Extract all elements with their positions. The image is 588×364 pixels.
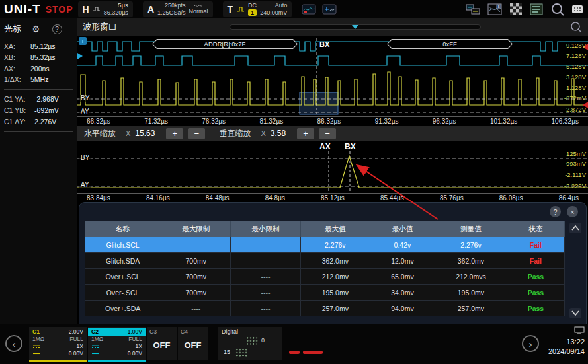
date-display: 2024/09/14 [548,347,585,355]
panel-close-icon[interactable]: × [567,206,578,217]
brand-logo: UNI-T [4,2,41,17]
cursor-ay-label[interactable]: AY [79,182,91,188]
channel2-panel[interactable]: C21.00V 1MΩFULL 1X 0.00V [88,327,146,360]
horizontal-settings[interactable]: H 5µs 86.320µs [78,1,133,17]
time-display: 13:22 [566,338,585,346]
divider [138,3,138,16]
memory-depth: 250kpts [157,2,186,9]
zoom-controls-bar: 水平缩放 X 15.63 + − 垂直缩放 X 3.58 + − [77,126,588,141]
digital-d15-label: 15 [224,349,230,355]
divider [4,131,73,132]
channel2-probe: 1X [136,343,142,350]
cursor-readout-freq: 1/ΔX:5MHz [4,74,73,85]
cursor-readout-yb: C1 YB:-692mV [4,105,73,116]
bottom-bar: ‹ C12.00V 1MΩFULL 1X 0.00V C21.00V 1MΩFU… [0,324,588,364]
table-row[interactable]: Glitch.SCL ---- ---- 2.276v 0.42v 2.276v… [85,237,565,253]
main-waveform-view[interactable]: T ADDR[R]:0x7F 0xFF BX BY AY 9.128V 7.12… [77,36,588,126]
collapse-left-button[interactable]: ‹ [5,335,22,352]
scale-label: -2.872V [564,106,586,113]
checkerboard-icon[interactable] [509,3,523,15]
trigger-edge-icon [236,6,245,13]
ground-ref-icon [91,351,99,356]
cursor-by-label[interactable]: BY [79,95,91,102]
table-row[interactable]: Over+.SDA ---- ---- 257.0mv 94.0mv 257.0… [85,301,565,316]
horizontal-position-slider[interactable] [230,24,481,30]
trigger-position-flag[interactable]: T [79,37,87,45]
notes-list-icon[interactable] [530,3,543,15]
cursor-readout-xa: XA:85.12µs [4,41,73,52]
trigger-label: T [228,4,233,15]
horizontal-zoom-label: 水平缩放 [84,128,116,139]
screen-icon [574,326,585,334]
cursor-ax-label[interactable]: AX [319,143,331,151]
h-zoom-in-button[interactable]: + [166,128,183,139]
dc-coupling-icon [32,344,40,349]
keypad-icon[interactable] [572,5,583,13]
cursor-bx-label[interactable]: BX [319,41,329,48]
expand-right-button[interactable]: › [522,335,539,352]
v-zoom-out-button[interactable]: − [319,128,336,139]
table-header-row: 名称 最大限制 最小限制 最大值 最小值 测量值 状态 [85,221,565,237]
bus-decode-label-2: 0xFF [387,39,513,49]
magnifier-icon[interactable] [569,21,583,33]
channel3-name: C3 [149,328,174,335]
channel3-panel[interactable]: C3 OFF [147,327,177,360]
scroll-up-icon[interactable] [569,223,581,233]
cursor-panel-title: 光标 [4,23,21,35]
zoom-search-icon[interactable] [550,3,565,16]
run-stop-status[interactable]: STOP [46,4,73,15]
h-zoom-out-button[interactable]: − [188,128,205,139]
top-bar: UNI-T STOP H 5µs 86.320µs A 250kpts 1.25… [0,0,588,18]
scroll-down-icon[interactable] [569,308,581,318]
limit-test-table: 名称 最大限制 最小限制 最大值 最小值 测量值 状态 Glitch.SCL -… [85,221,565,316]
table-row[interactable]: Over+.SCL 700mv ---- 212.0mv 65.0mv 212.… [85,269,565,285]
scale-label: 1.128V [566,85,586,91]
channel4-panel[interactable]: C4 OFF [178,327,208,360]
gear-icon[interactable]: ⚙ [32,24,40,34]
wave-cursor-icon[interactable] [302,4,316,15]
timebase-scale: 5µs [104,2,128,9]
channel1-panel[interactable]: C12.00V 1MΩFULL 1X 0.00V [29,327,87,360]
channel2-position-marker-icon[interactable] [77,53,83,59]
scale-label: 3.128V [566,74,586,81]
digital-grid-icon [235,348,248,357]
trigger-source-badge: 1 [248,9,257,16]
cursor-bx-label[interactable]: BX [345,143,356,151]
status-badge: Pass [507,301,565,316]
digital-channels-panel[interactable]: Digital 0 15 [218,327,282,360]
table-row[interactable]: Glitch.SDA 700mv ---- 362.0mv 12.0mv 362… [85,253,565,269]
divider [4,89,73,90]
limit-test-panel: ? × 名称 最大限制 最小限制 最大值 最小值 测量值 状态 Glitch.S… [79,202,587,324]
channel1-offset: 0.00V [69,350,83,357]
v-zoom-in-button[interactable]: + [297,128,314,139]
cursor-ay-label[interactable]: AY [79,108,91,115]
scale-label: 125mV [566,151,586,157]
record-indicator [303,351,323,354]
status-badge: Fail [507,253,565,269]
pulse-icon [93,6,101,12]
dual-window-icon[interactable] [466,3,480,15]
timebase-offset: 86.320µs [104,9,128,16]
scale-label: -993mV [564,161,586,167]
xy-mode-icon[interactable]: B [487,3,502,15]
divider [218,3,218,16]
math-display-icon[interactable] [322,4,337,15]
bus-decode-label-1: ADDR[R]:0x7F [152,39,298,49]
waveform-window-title: 波形窗口 [83,21,117,33]
oscilloscope-screen: UNI-T STOP H 5µs 86.320µs A 250kpts 1.25… [0,0,588,364]
v-zoom-x: X [261,129,265,137]
channel1-color-strip [29,360,87,362]
scale-label: -2.111V [565,172,586,178]
h-zoom-value: 15.63 [135,129,155,138]
acquire-settings[interactable]: A 250kpts 1.25GSa/s Normal [143,1,213,17]
slider-thumb-icon[interactable] [352,25,358,29]
zoom-waveform-view[interactable]: AX BX BY AY 125mV -993mV -2.111V -3.229V… [77,141,588,202]
waveform-window-titlebar: 波形窗口 [77,18,588,36]
trigger-settings[interactable]: T DC 1 Auto 240.00mV [223,1,292,17]
cursor-readout-dx: ΔX:200ns [4,63,73,75]
table-row[interactable]: Over-.SCL 700mv ---- 195.0mv 34.0mv 195.… [85,285,565,301]
cursor-by-label[interactable]: BY [79,155,91,161]
time-axis-zoom: 83.84µs 84.16µs 84.48µs 84.8µs 85.12µs 8… [77,193,588,202]
help-icon[interactable]: ? [52,24,62,34]
panel-help-icon[interactable]: ? [550,206,561,217]
